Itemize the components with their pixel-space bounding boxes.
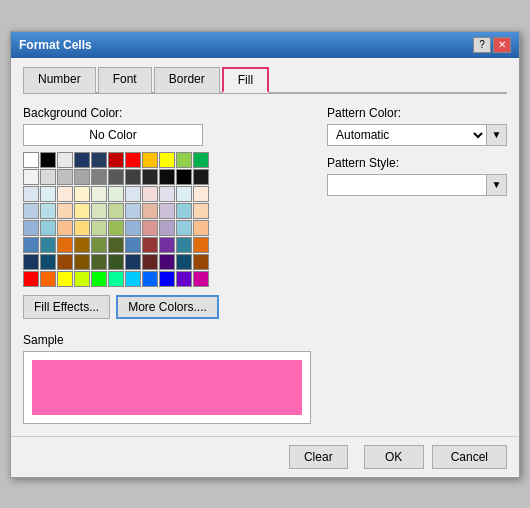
color-cell[interactable]: [91, 169, 107, 185]
color-cell[interactable]: [40, 220, 56, 236]
more-colors-button[interactable]: More Colors....: [116, 295, 219, 319]
color-cell[interactable]: [23, 203, 39, 219]
color-cell[interactable]: [74, 169, 90, 185]
color-cell[interactable]: [176, 203, 192, 219]
color-cell[interactable]: [193, 203, 209, 219]
pattern-style-select[interactable]: [327, 174, 487, 196]
color-cell[interactable]: [23, 220, 39, 236]
no-color-button[interactable]: No Color: [23, 124, 203, 146]
color-cell[interactable]: [40, 237, 56, 253]
color-cell[interactable]: [193, 169, 209, 185]
tab-font[interactable]: Font: [98, 67, 152, 93]
color-cell[interactable]: [40, 254, 56, 270]
color-cell[interactable]: [176, 220, 192, 236]
color-cell[interactable]: [125, 271, 141, 287]
color-cell[interactable]: [159, 186, 175, 202]
tab-fill[interactable]: Fill: [222, 67, 269, 93]
close-button[interactable]: ✕: [493, 37, 511, 53]
color-cell[interactable]: [125, 186, 141, 202]
color-cell[interactable]: [142, 186, 158, 202]
pattern-style-arrow[interactable]: ▼: [487, 174, 507, 196]
color-cell[interactable]: [91, 254, 107, 270]
color-cell[interactable]: [159, 220, 175, 236]
color-cell[interactable]: [23, 169, 39, 185]
color-cell[interactable]: [74, 220, 90, 236]
color-cell[interactable]: [74, 186, 90, 202]
color-cell[interactable]: [57, 271, 73, 287]
color-cell[interactable]: [159, 169, 175, 185]
color-cell[interactable]: [74, 271, 90, 287]
color-cell[interactable]: [159, 271, 175, 287]
color-cell[interactable]: [74, 152, 90, 168]
ok-button[interactable]: OK: [364, 445, 424, 469]
color-cell[interactable]: [193, 254, 209, 270]
color-cell[interactable]: [108, 169, 124, 185]
color-cell[interactable]: [159, 237, 175, 253]
color-cell[interactable]: [142, 237, 158, 253]
color-cell[interactable]: [159, 203, 175, 219]
color-cell[interactable]: [193, 271, 209, 287]
color-cell[interactable]: [142, 254, 158, 270]
color-cell[interactable]: [57, 220, 73, 236]
color-cell[interactable]: [125, 237, 141, 253]
color-cell[interactable]: [108, 203, 124, 219]
color-cell[interactable]: [91, 271, 107, 287]
color-cell[interactable]: [125, 203, 141, 219]
color-cell[interactable]: [40, 169, 56, 185]
color-cell[interactable]: [142, 271, 158, 287]
tab-border[interactable]: Border: [154, 67, 220, 93]
color-cell[interactable]: [176, 169, 192, 185]
color-cell[interactable]: [142, 169, 158, 185]
color-cell[interactable]: [142, 203, 158, 219]
color-cell[interactable]: [57, 169, 73, 185]
color-cell[interactable]: [125, 169, 141, 185]
clear-button[interactable]: Clear: [289, 445, 348, 469]
color-cell[interactable]: [108, 237, 124, 253]
color-cell[interactable]: [23, 152, 39, 168]
color-cell[interactable]: [193, 152, 209, 168]
tab-number[interactable]: Number: [23, 67, 96, 93]
pattern-color-select[interactable]: Automatic: [327, 124, 487, 146]
color-cell[interactable]: [40, 152, 56, 168]
color-cell[interactable]: [125, 254, 141, 270]
color-cell[interactable]: [91, 186, 107, 202]
color-cell[interactable]: [193, 237, 209, 253]
color-cell[interactable]: [108, 152, 124, 168]
color-cell[interactable]: [193, 186, 209, 202]
color-cell[interactable]: [23, 186, 39, 202]
pattern-color-arrow[interactable]: ▼: [487, 124, 507, 146]
color-cell[interactable]: [142, 152, 158, 168]
color-cell[interactable]: [23, 254, 39, 270]
color-cell[interactable]: [193, 220, 209, 236]
cancel-button[interactable]: Cancel: [432, 445, 507, 469]
color-cell[interactable]: [91, 220, 107, 236]
color-cell[interactable]: [91, 203, 107, 219]
color-cell[interactable]: [74, 203, 90, 219]
color-cell[interactable]: [108, 254, 124, 270]
color-cell[interactable]: [40, 271, 56, 287]
color-cell[interactable]: [108, 186, 124, 202]
color-cell[interactable]: [176, 152, 192, 168]
color-cell[interactable]: [57, 186, 73, 202]
color-cell[interactable]: [159, 254, 175, 270]
color-cell[interactable]: [125, 152, 141, 168]
color-cell[interactable]: [23, 271, 39, 287]
color-cell[interactable]: [57, 203, 73, 219]
help-button[interactable]: ?: [473, 37, 491, 53]
color-cell[interactable]: [40, 203, 56, 219]
color-cell[interactable]: [176, 186, 192, 202]
color-cell[interactable]: [176, 271, 192, 287]
color-cell[interactable]: [91, 237, 107, 253]
color-cell[interactable]: [91, 152, 107, 168]
fill-effects-button[interactable]: Fill Effects...: [23, 295, 110, 319]
color-cell[interactable]: [74, 254, 90, 270]
color-cell[interactable]: [57, 254, 73, 270]
color-cell[interactable]: [176, 254, 192, 270]
color-cell[interactable]: [108, 220, 124, 236]
color-cell[interactable]: [176, 237, 192, 253]
color-cell[interactable]: [57, 237, 73, 253]
color-cell[interactable]: [159, 152, 175, 168]
color-cell[interactable]: [40, 186, 56, 202]
color-cell[interactable]: [57, 152, 73, 168]
color-cell[interactable]: [108, 271, 124, 287]
